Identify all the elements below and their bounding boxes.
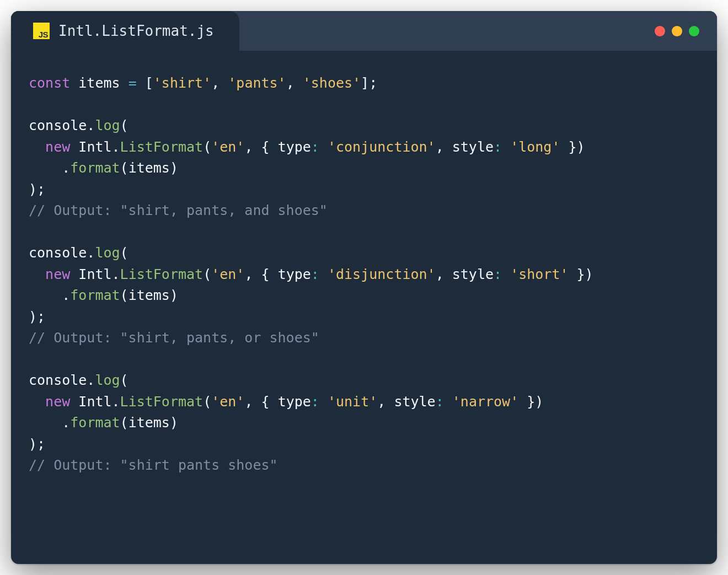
keyword-const: const	[29, 75, 70, 91]
titlebar: JS Intl.ListFormat.js	[11, 11, 717, 51]
maximize-icon[interactable]	[689, 26, 699, 36]
output-comment-1: // Output: "shirt, pants, and shoes"	[29, 202, 328, 218]
window-controls	[655, 26, 699, 36]
code-content: const items = ['shirt', 'pants', 'shoes'…	[29, 73, 699, 476]
js-file-icon: JS	[33, 23, 50, 39]
file-tab[interactable]: JS Intl.ListFormat.js	[11, 11, 239, 51]
minimize-icon[interactable]	[672, 26, 682, 36]
file-tab-label: Intl.ListFormat.js	[58, 23, 214, 39]
editor-window: JS Intl.ListFormat.js const items = ['sh…	[11, 11, 717, 564]
output-comment-2: // Output: "shirt, pants, or shoes"	[29, 330, 319, 346]
close-icon[interactable]	[655, 26, 665, 36]
output-comment-3: // Output: "shirt pants shoes"	[29, 457, 278, 473]
code-editor[interactable]: const items = ['shirt', 'pants', 'shoes'…	[11, 51, 717, 564]
